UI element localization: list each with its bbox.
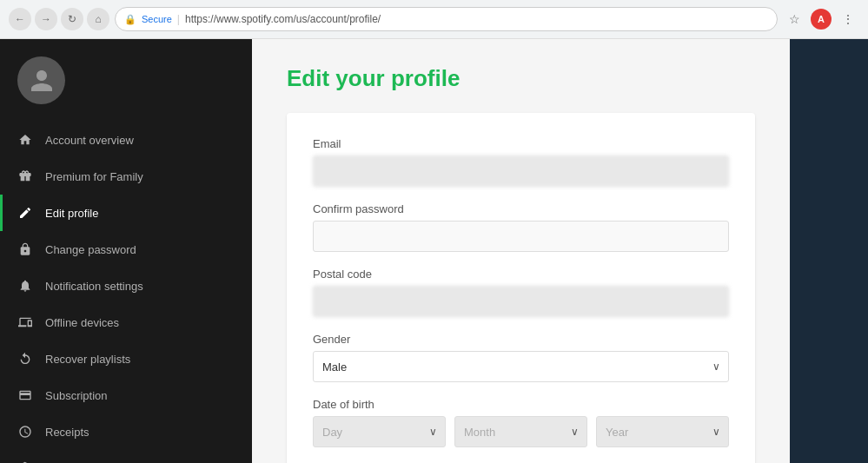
dob-row: Day ∨ Month ∨ Year ∨: [313, 416, 729, 447]
gender-label: Gender: [313, 333, 729, 346]
home-button[interactable]: ⌂: [87, 8, 109, 30]
page-title: Edit your profile: [287, 65, 755, 92]
sidebar-item-edit-profile[interactable]: Edit profile: [0, 195, 252, 231]
gender-select[interactable]: Male Female Non-binary Prefer not to say: [313, 351, 729, 382]
dob-day-wrapper: Day ∨: [313, 416, 446, 447]
lock-icon: 🔒: [124, 14, 136, 25]
sidebar-header: [0, 39, 252, 113]
postal-code-label: Postal code: [313, 268, 729, 281]
avatar: [17, 56, 65, 104]
gift-icon: [17, 169, 33, 184]
refresh-button[interactable]: ↻: [61, 8, 83, 30]
recover-icon: [17, 351, 33, 367]
sidebar-item-apps[interactable]: Apps: [0, 450, 252, 463]
sidebar-item-account-overview[interactable]: Account overview: [0, 122, 252, 158]
main-area: Account overview Premium for Family Edit…: [0, 39, 868, 463]
menu-button[interactable]: ⋮: [837, 8, 859, 30]
dob-year-select[interactable]: Year: [596, 416, 729, 447]
browser-chrome: ← → ↻ ⌂ 🔒 Secure | https://www.spotify.c…: [0, 0, 868, 39]
dob-month-select[interactable]: Month: [454, 416, 587, 447]
sidebar-item-recover-playlists[interactable]: Recover playlists: [0, 341, 252, 377]
receipts-icon: [17, 424, 33, 440]
sidebar-nav: Account overview Premium for Family Edit…: [0, 113, 252, 463]
confirm-password-label: Confirm password: [313, 202, 729, 215]
sidebar-item-change-password[interactable]: Change password: [0, 231, 252, 268]
dob-year-wrapper: Year ∨: [596, 416, 729, 447]
devices-icon: [17, 314, 33, 330]
browser-actions: ☆ A ⋮: [783, 8, 859, 30]
sidebar: Account overview Premium for Family Edit…: [0, 39, 252, 463]
back-button[interactable]: ←: [9, 8, 31, 30]
email-input[interactable]: [313, 155, 729, 187]
postal-code-group: Postal code: [313, 268, 729, 317]
url-text: https://www.spotify.com/us/account/profi…: [185, 13, 381, 25]
sidebar-item-notification-settings[interactable]: Notification settings: [0, 268, 252, 304]
sidebar-item-subscription[interactable]: Subscription: [0, 377, 252, 413]
gender-group: Gender Male Female Non-binary Prefer not…: [313, 333, 729, 382]
sidebar-item-offline-devices[interactable]: Offline devices: [0, 304, 252, 341]
dob-day-select[interactable]: Day: [313, 416, 446, 447]
postal-code-input[interactable]: [313, 286, 729, 317]
browser-nav-buttons: ← → ↻ ⌂: [9, 8, 109, 30]
browser-profile-icon[interactable]: A: [811, 9, 832, 30]
forward-button[interactable]: →: [35, 8, 57, 30]
main-content: Edit your profile Email Confirm password…: [252, 39, 790, 463]
email-group: Email: [313, 137, 729, 187]
pencil-icon: [17, 205, 33, 221]
sidebar-item-receipts[interactable]: Receipts: [0, 413, 252, 450]
dob-group: Date of birth Day ∨ Month ∨: [313, 398, 729, 447]
gender-select-wrapper: Male Female Non-binary Prefer not to say…: [313, 351, 729, 382]
dob-label: Date of birth: [313, 398, 729, 411]
sidebar-item-premium-for-family[interactable]: Premium for Family: [0, 158, 252, 195]
star-button[interactable]: ☆: [783, 8, 805, 30]
home-icon: [17, 132, 33, 148]
right-background: [790, 39, 868, 463]
form-card: Email Confirm password Postal code Gende…: [287, 113, 755, 463]
dob-month-wrapper: Month ∨: [454, 416, 587, 447]
lock-icon: [17, 241, 33, 257]
email-label: Email: [313, 137, 729, 150]
confirm-password-input[interactable]: [313, 221, 729, 252]
subscription-icon: [17, 387, 33, 403]
secure-label: Secure: [142, 14, 172, 24]
confirm-password-group: Confirm password: [313, 202, 729, 252]
bell-icon: [17, 278, 33, 294]
url-separator: |: [177, 13, 180, 25]
address-bar[interactable]: 🔒 Secure | https://www.spotify.com/us/ac…: [115, 7, 778, 31]
